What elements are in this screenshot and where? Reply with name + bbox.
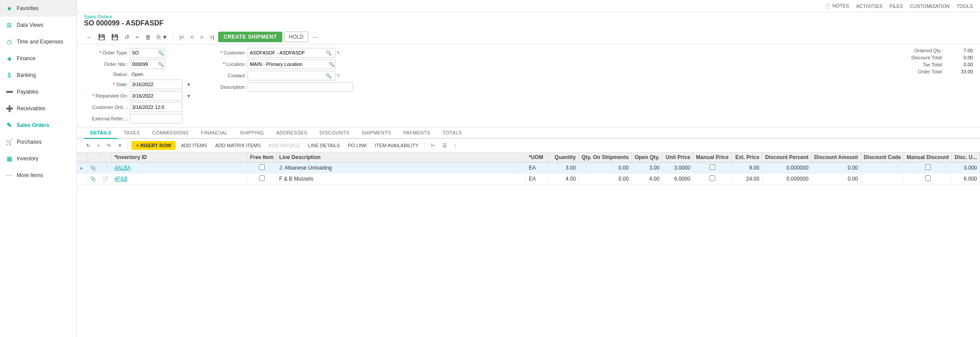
sidebar-item-finance[interactable]: ◈ Finance bbox=[0, 50, 77, 67]
col-free-item: Free Item bbox=[247, 152, 276, 163]
more-btn[interactable]: ⋯ bbox=[310, 33, 320, 42]
last-btn[interactable]: >| bbox=[207, 33, 216, 42]
tab-addresses[interactable]: ADDRESSES bbox=[270, 127, 314, 139]
tab-totals[interactable]: TOTALS bbox=[436, 127, 468, 139]
expand-cell[interactable] bbox=[77, 174, 87, 185]
tab-shipments[interactable]: SHIPMENTS bbox=[355, 127, 397, 139]
sidebar-item-inventory[interactable]: ▦ Inventory bbox=[0, 150, 77, 167]
order-nbr-search-btn[interactable]: 🔍 bbox=[158, 62, 164, 67]
add-matrix-items-btn[interactable]: ADD MATRIX ITEMS bbox=[212, 141, 263, 149]
sidebar: ★ Favorites ⊞ Data Views ◷ Time and Expe… bbox=[0, 0, 77, 337]
tab-shipping[interactable]: SHIPPING bbox=[234, 127, 270, 139]
line-details-btn[interactable]: LINE DETAILS bbox=[305, 141, 343, 149]
notes-btn[interactable]: 📄 NOTES bbox=[825, 3, 849, 9]
line-desc-cell: J. Albanese Unloading bbox=[276, 163, 526, 174]
tab-payments[interactable]: PAYMENTS bbox=[397, 127, 436, 139]
activities-btn[interactable]: ACTIVITIES bbox=[856, 4, 882, 9]
inventory-id-link[interactable]: 4F&B bbox=[114, 176, 128, 182]
column-toggle-btn[interactable]: ☰ bbox=[440, 141, 449, 150]
insert-row-btn[interactable]: + INSERT ROW bbox=[132, 141, 176, 150]
location-search-btn[interactable]: 🔍 bbox=[329, 62, 335, 67]
sidebar-item-sales-orders[interactable]: ✎ Sales Orders bbox=[0, 117, 77, 134]
manual-discount-checkbox[interactable] bbox=[925, 175, 931, 181]
tab-commissions[interactable]: COMMISSIONS bbox=[146, 127, 195, 139]
free-item-cell bbox=[247, 163, 276, 174]
first-btn[interactable]: |< bbox=[177, 33, 186, 42]
hold-btn[interactable]: HOLD bbox=[284, 32, 308, 42]
breadcrumb[interactable]: Sales Orders bbox=[84, 14, 973, 19]
order-type-row: Order Type: 🔍 bbox=[84, 48, 193, 58]
export-btn[interactable]: ↑ bbox=[452, 141, 459, 149]
column-fit-btn[interactable]: ⊢ bbox=[429, 141, 438, 150]
tools-btn[interactable]: TOOLS bbox=[957, 4, 973, 9]
customer-edit-btn[interactable]: ✎ bbox=[336, 50, 340, 56]
delete-btn[interactable]: 🗑 bbox=[143, 33, 153, 42]
manual-price-checkbox[interactable] bbox=[709, 175, 715, 181]
contact-input[interactable] bbox=[248, 71, 336, 80]
sidebar-item-favorites[interactable]: ★ Favorites bbox=[0, 0, 77, 17]
sidebar-item-receivables[interactable]: ➕ Receivables bbox=[0, 100, 77, 117]
free-item-checkbox[interactable] bbox=[259, 164, 265, 170]
prev-btn[interactable]: < bbox=[188, 33, 196, 42]
edit-row-btn[interactable]: ✎ bbox=[105, 141, 113, 150]
contact-edit-btn[interactable]: ✎ bbox=[336, 73, 340, 79]
tab-financial[interactable]: FINANCIAL bbox=[195, 127, 234, 139]
tax-total-row: Tax Total: 0.00 bbox=[895, 62, 973, 67]
sidebar-label-purchases: Purchases bbox=[17, 139, 42, 145]
sidebar-item-banking[interactable]: $ Banking bbox=[0, 67, 77, 83]
customer-input[interactable] bbox=[248, 48, 336, 58]
sidebar-item-time-expenses[interactable]: ◷ Time and Expenses bbox=[0, 33, 77, 50]
po-link-btn[interactable]: PO LINK bbox=[345, 141, 369, 149]
undo-btn[interactable]: ↺ bbox=[122, 33, 132, 42]
inventory-id-link[interactable]: 4ALBA bbox=[114, 165, 131, 171]
expand-cell[interactable]: ► bbox=[77, 163, 87, 174]
col-expand bbox=[77, 152, 87, 163]
sidebar-item-purchases[interactable]: 🛒 Purchases bbox=[0, 134, 77, 150]
table-row: ► 📎 📄 4ALBA J. Albanese Unloading EA 3.0… bbox=[77, 163, 980, 174]
manual-discount-checkbox[interactable] bbox=[925, 164, 931, 170]
refresh-btn[interactable]: ↻ bbox=[84, 141, 92, 150]
description-input[interactable] bbox=[248, 82, 353, 92]
sidebar-item-more-items[interactable]: ⋯ More Items bbox=[0, 167, 77, 184]
order-nbr-row: Order Nbr.: 🔍 bbox=[84, 59, 193, 69]
inventory-id-cell[interactable]: 4F&B bbox=[111, 174, 247, 185]
tab-details[interactable]: DETAILS bbox=[84, 127, 117, 139]
toolbar: ← 💾 💾 ↺ + 🗑 ⎘ ▼ |< < > >| CREATE SHIPMEN… bbox=[77, 30, 980, 44]
location-input[interactable] bbox=[248, 59, 336, 69]
sidebar-item-payables[interactable]: ➖ Payables bbox=[0, 83, 77, 100]
add-btn[interactable]: + bbox=[133, 33, 141, 42]
save-disk-btn[interactable]: 💾 bbox=[109, 33, 121, 42]
add-row-btn[interactable]: + bbox=[95, 141, 102, 149]
requested-picker-btn[interactable]: ▼ bbox=[184, 92, 193, 100]
next-btn[interactable]: > bbox=[198, 33, 206, 42]
customer-ord-input[interactable] bbox=[130, 102, 183, 112]
files-btn[interactable]: FILES bbox=[889, 4, 903, 9]
contact-row: Contact: 🔍 ✎ bbox=[202, 71, 353, 80]
add-items-btn[interactable]: ADD ITEMS bbox=[178, 141, 210, 149]
customer-search-btn[interactable]: 🔍 bbox=[325, 50, 332, 56]
uom-cell: EA bbox=[526, 163, 548, 174]
manual-price-checkbox[interactable] bbox=[709, 164, 715, 170]
delete-row-btn[interactable]: ✕ bbox=[116, 141, 124, 150]
order-type-search-btn[interactable]: 🔍 bbox=[158, 50, 164, 56]
data-views-icon: ⊞ bbox=[5, 21, 13, 29]
sidebar-item-data-views[interactable]: ⊞ Data Views bbox=[0, 17, 77, 33]
tab-discounts[interactable]: DISCOUNTS bbox=[314, 127, 355, 139]
expand-arrow[interactable]: ► bbox=[80, 166, 84, 170]
requested-on-input[interactable] bbox=[130, 91, 183, 101]
date-picker-btn[interactable]: ▼ bbox=[184, 81, 193, 88]
contact-search-btn[interactable]: 🔍 bbox=[325, 73, 332, 79]
attach-cell: 📎 bbox=[87, 163, 99, 174]
item-availability-btn[interactable]: ITEM AVAILABILITY bbox=[372, 141, 421, 149]
customization-btn[interactable]: CUSTOMIZATION bbox=[910, 4, 950, 9]
inventory-id-cell[interactable]: 4ALBA bbox=[111, 163, 247, 174]
date-input[interactable] bbox=[130, 80, 183, 89]
back-btn[interactable]: ← bbox=[84, 33, 94, 42]
tab-taxes[interactable]: TAXES bbox=[117, 127, 146, 139]
save-btn[interactable]: 💾 bbox=[96, 33, 107, 42]
col-unit-price: Unit Price bbox=[662, 152, 693, 163]
copy-btn[interactable]: ⎘ ▼ bbox=[155, 33, 170, 42]
external-refer-input[interactable] bbox=[130, 114, 183, 123]
create-shipment-btn[interactable]: CREATE SHIPMENT bbox=[218, 32, 282, 42]
free-item-checkbox[interactable] bbox=[259, 175, 265, 181]
